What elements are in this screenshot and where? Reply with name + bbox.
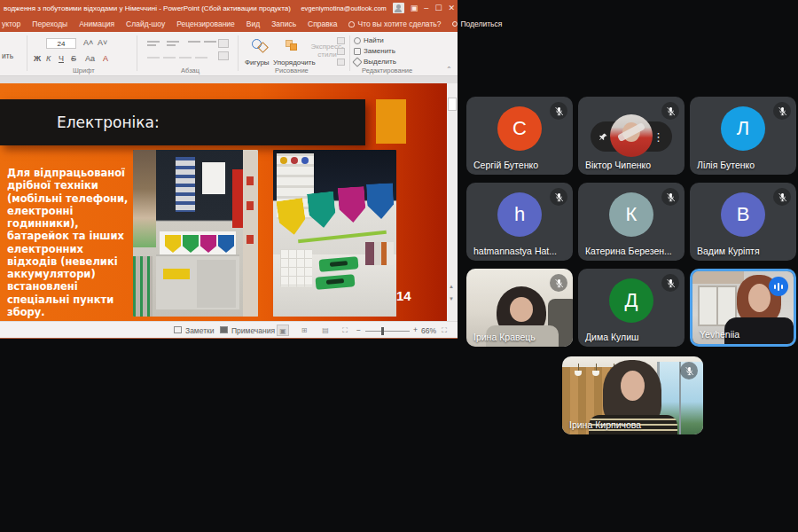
notes-button[interactable]: Заметки [185,326,215,335]
participant-tile[interactable]: Л Лілія Бутенко [690,97,796,175]
tab-help[interactable]: Справка [308,20,337,28]
slide-accent-rect [376,99,406,144]
zoom-in-button[interactable]: + [413,325,418,334]
audio-active-icon [769,277,788,296]
slide-sorter-view-button[interactable]: ⊞ [298,325,310,336]
slide-title-banner: Електроніка: [0,99,365,145]
slide-number: 14 [396,288,411,303]
ribbon-display-options-icon[interactable]: ▣ [411,4,419,12]
pin-icon[interactable] [598,132,608,142]
scrollbar-thumb[interactable] [448,98,457,111]
italic-button[interactable]: К [46,54,51,63]
slide-canvas-margin [0,76,458,83]
avatar: К [609,192,653,237]
participant-tile[interactable]: ⋮ Віктор Чипенко [578,97,685,175]
select-button[interactable]: Выделить [364,58,396,66]
previous-slide-button[interactable]: ▲ [449,284,454,289]
normal-view-button[interactable]: ▣ [277,325,289,336]
strikethrough-button[interactable]: S [71,54,76,63]
align-text-icon[interactable] [218,51,229,60]
mic-muted-icon [550,274,567,292]
find-button[interactable]: Найти [364,36,384,44]
participant-tile[interactable]: Ірина Кравець [466,269,573,347]
replace-icon [354,48,361,55]
participant-tile[interactable]: h hatmannastya Hat... [466,183,573,261]
zoom-level[interactable]: 66% [421,326,436,335]
participant-tile[interactable]: Ірина Кирпичова [562,356,703,434]
find-icon [354,37,361,44]
slideshow-view-button[interactable]: ⛶ [339,325,351,336]
font-group-label: Шрифт [73,66,95,74]
ribbon: ить 24 A˄ A˅ Ж К Ч S Aa A Шрифт [0,32,458,76]
mic-muted-icon [661,188,679,206]
tab-record[interactable]: Запись [271,20,296,28]
participant-name: Дима Кулиш [585,332,639,342]
decrease-font-icon[interactable]: A˅ [98,38,107,47]
mic-muted-icon [661,102,679,120]
account-email[interactable]: evgeniymotina@outlook.com [301,4,386,12]
comments-button[interactable]: Примечания [231,326,275,335]
tab-konstruktor[interactable]: уктор [2,20,20,28]
participant-name: Катерина Березен... [585,246,672,256]
title-bar[interactable]: водження з побутовими відходами у Німечч… [0,0,458,16]
tab-slideshow[interactable]: Слайд-шоу [126,20,165,28]
maximize-button[interactable]: ☐ [434,4,442,12]
account-avatar-icon[interactable] [393,3,404,13]
slide-canvas[interactable]: Електроніка: Для відпрацьованої дрібної … [0,83,447,321]
text-direction-icon[interactable] [218,39,229,48]
reading-view-button[interactable]: ▤ [319,325,332,336]
font-color-button[interactable]: A [103,54,108,63]
zoom-slider[interactable] [365,331,410,332]
participant-name: Ірина Кравець [473,332,536,342]
tab-perehody[interactable]: Переходы [32,20,67,28]
comments-icon [220,326,228,333]
person-icon [452,21,458,27]
tell-me-search[interactable]: Что вы хотите сделать? [348,20,441,28]
share-button[interactable]: Поделиться [452,20,502,28]
fit-slide-button[interactable]: ⛶ [438,325,450,336]
shape-outline-icon[interactable] [337,48,345,55]
select-icon [352,57,362,66]
font-size-input[interactable]: 24 [46,38,76,49]
increase-font-icon[interactable]: A˄ [83,38,93,47]
shapes-button[interactable]: Фигуры [245,59,270,66]
close-button[interactable]: ✕ [448,4,455,12]
more-options-icon[interactable]: ⋮ [653,130,664,144]
paste-button[interactable]: ить [2,51,13,60]
change-case-button[interactable]: Aa [85,54,95,63]
slide-scrollbar[interactable]: ▲ ▼ [447,83,458,321]
notes-icon [174,326,182,333]
participant-tile[interactable]: Д Дима Кулиш [578,269,685,347]
slide-title: Електроніка: [0,113,160,131]
arrange-icon-front [290,43,297,51]
next-slide-button[interactable]: ▼ [449,296,454,301]
window-title: водження з побутовими відходами у Німечч… [0,4,291,12]
tab-animacija[interactable]: Анимация [79,20,114,28]
tab-view[interactable]: Вид [246,20,260,28]
zoom-out-button[interactable]: − [356,325,361,334]
powerpoint-window: водження з побутовими відходами у Німечч… [0,0,458,339]
minimize-button[interactable]: – [424,4,428,12]
paragraph-group-label: Абзац [181,66,200,74]
tab-review[interactable]: Рецензирование [176,20,235,28]
participant-name: Ірина Кирпичова [569,419,641,430]
participant-tile-active-speaker[interactable]: Yevheniia [690,269,796,347]
mic-muted-icon [680,362,698,379]
underline-button[interactable]: Ч [59,54,64,63]
participant-tile[interactable]: В Вадим Куріптя [690,183,796,261]
shape-effects-icon[interactable] [337,59,345,66]
avatar-photo [610,114,653,157]
bold-button[interactable]: Ж [34,54,41,63]
collapse-ribbon-icon[interactable]: ⌃ [446,66,452,74]
participant-tile[interactable]: С Сергій Бутенко [466,97,573,175]
zoom-slider-thumb[interactable] [381,327,384,335]
participant-name: Віктор Чипенко [585,160,651,170]
participant-tile[interactable]: К Катерина Березен... [578,183,685,261]
photo-recycling-counter [273,150,396,317]
replace-button[interactable]: Заменить [364,47,395,55]
shape-fill-icon[interactable] [337,37,345,44]
arrange-button[interactable]: Упорядочить [273,59,316,66]
ribbon-tabs: уктор Переходы Анимация Слайд-шоу Реценз… [0,16,458,32]
participant-name: Yevheniia [700,329,739,340]
editing-group-label: Редактирование [362,66,412,74]
